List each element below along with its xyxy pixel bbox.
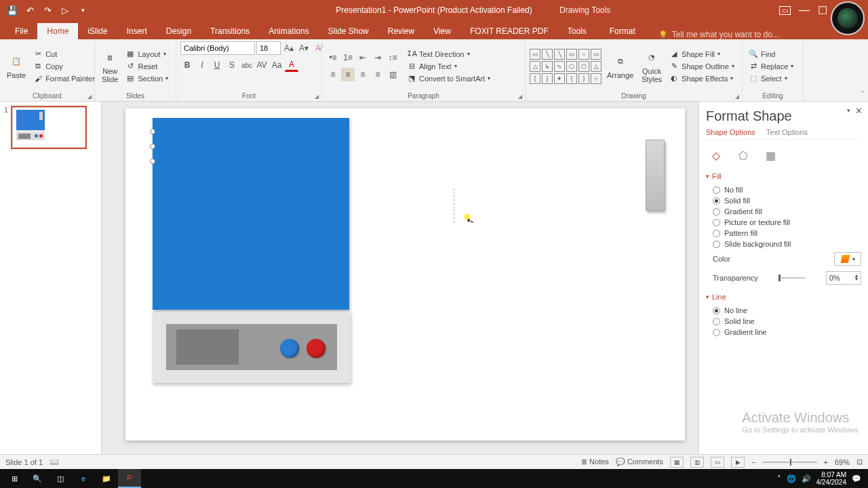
qat-more-icon[interactable]: ▾: [77, 5, 88, 16]
cut-button[interactable]: ✂Cut: [31, 49, 97, 60]
arrange-button[interactable]: ⧉ Arrange: [604, 52, 636, 81]
collapse-ribbon-icon[interactable]: ˆ: [862, 91, 864, 98]
redo-icon[interactable]: ↷: [42, 5, 53, 16]
selection-handle-bottom[interactable]: [150, 159, 155, 164]
start-from-beginning-icon[interactable]: ▷: [60, 5, 71, 16]
zoom-slider[interactable]: [763, 462, 817, 463]
tab-shape-options[interactable]: Shape Options: [706, 128, 755, 136]
edge-icon[interactable]: e: [72, 469, 95, 488]
underline-icon[interactable]: U: [210, 58, 224, 72]
taskbar-search-icon[interactable]: 🔍: [26, 469, 49, 488]
tab-home[interactable]: Home: [37, 23, 78, 39]
spacing-icon[interactable]: AV: [255, 58, 269, 72]
explorer-icon[interactable]: 📁: [95, 469, 118, 488]
maximize-icon[interactable]: ☐: [818, 4, 827, 17]
fill-gradient-fill[interactable]: Gradient fill: [706, 206, 861, 217]
fill-pattern-fill[interactable]: Pattern fill: [706, 228, 861, 239]
context-tab-drawing-tools[interactable]: Drawing Tools: [559, 5, 610, 15]
tab-animations[interactable]: Animations: [259, 23, 318, 39]
save-icon[interactable]: 💾: [7, 5, 18, 16]
align-left-icon[interactable]: ≡: [326, 68, 340, 81]
tab-view[interactable]: View: [424, 23, 460, 39]
line-gradient-line[interactable]: Gradient line: [706, 327, 861, 338]
shape-outline-button[interactable]: ✎Shape Outline▾: [667, 61, 736, 72]
italic-icon[interactable]: I: [195, 58, 209, 72]
fill-line-category-icon[interactable]: ◇: [707, 146, 725, 164]
minimize-icon[interactable]: —: [799, 4, 810, 16]
tab-file[interactable]: File: [5, 23, 37, 39]
line-no-line[interactable]: No line: [706, 305, 861, 316]
paste-button[interactable]: 📋 Paste: [4, 52, 28, 81]
line-solid-line[interactable]: Solid line: [706, 316, 861, 327]
shapes-gallery[interactable]: ▭╲╲▭○▭ △↳∿⬡⬠△ {}✦{}☆: [530, 49, 601, 84]
transparency-spinner[interactable]: 0%▴▾: [826, 271, 861, 285]
shape-button-blue[interactable]: [280, 339, 299, 358]
fill-color-picker[interactable]: ▾: [834, 252, 861, 266]
font-color-icon[interactable]: A: [285, 58, 298, 72]
align-center-icon[interactable]: ≡: [341, 68, 355, 81]
tab-text-options[interactable]: Text Options: [766, 128, 808, 136]
align-text-button[interactable]: ⊟Align Text▾: [405, 61, 492, 72]
shape-effects-button[interactable]: ◐Shape Effects▾: [667, 73, 736, 84]
user-avatar[interactable]: [831, 1, 865, 35]
fill-section-header[interactable]: Fill: [706, 172, 861, 180]
selection-handle-mid[interactable]: [150, 144, 155, 149]
sorter-view-icon[interactable]: ▥: [690, 457, 704, 468]
slideshow-view-icon[interactable]: ▶: [731, 457, 745, 468]
selection-handle-top[interactable]: [150, 129, 155, 134]
increase-indent-icon[interactable]: ⇥: [371, 51, 384, 64]
selected-line-shape[interactable]: [153, 131, 154, 161]
zoom-level[interactable]: 69%: [835, 458, 850, 466]
slide-canvas-area[interactable]: ↖: [102, 102, 698, 454]
strike-icon[interactable]: S: [225, 58, 239, 72]
tab-tools[interactable]: Tools: [558, 23, 596, 39]
zoom-out-icon[interactable]: −: [751, 458, 755, 466]
slide-thumbnail-1[interactable]: [11, 106, 87, 149]
undo-icon[interactable]: ↶: [24, 5, 35, 16]
reading-view-icon[interactable]: ▭: [711, 457, 724, 468]
quick-styles-button[interactable]: ◔ Quick Styles: [639, 48, 665, 85]
fill-no-fill[interactable]: No fill: [706, 184, 861, 195]
shape-device-body[interactable]: [153, 118, 349, 310]
tab-format[interactable]: Format: [600, 23, 645, 39]
start-button[interactable]: ⊞: [3, 469, 26, 488]
tab-islide[interactable]: iSlide: [78, 23, 117, 39]
line-spacing-icon[interactable]: ↕≡: [386, 51, 399, 64]
shape-fill-button[interactable]: ◢Shape Fill▾: [667, 49, 736, 60]
format-painter-button[interactable]: 🖌Format Painter: [31, 73, 97, 84]
smartart-button[interactable]: ⬔Convert to SmartArt▾: [405, 73, 492, 84]
spellcheck-icon[interactable]: 📖: [50, 458, 59, 466]
tray-chevron-icon[interactable]: ˄: [777, 474, 781, 483]
tab-slideshow[interactable]: Slide Show: [319, 23, 378, 39]
system-clock[interactable]: 8:07 AM4/24/2024: [816, 471, 847, 486]
font-name-combo[interactable]: [180, 41, 255, 55]
slide[interactable]: ↖: [125, 108, 685, 441]
task-view-icon[interactable]: ◫: [49, 469, 72, 488]
comments-button[interactable]: 💬 Comments: [616, 458, 663, 466]
align-right-icon[interactable]: ≡: [356, 68, 370, 81]
bold-icon[interactable]: B: [180, 58, 194, 72]
notifications-icon[interactable]: 💬: [852, 474, 861, 483]
find-button[interactable]: 🔍Find: [747, 49, 795, 60]
normal-view-icon[interactable]: ▦: [670, 457, 684, 468]
tray-network-icon[interactable]: 🌐: [787, 474, 796, 483]
case-icon[interactable]: Aa: [270, 58, 283, 72]
size-category-icon[interactable]: ▦: [762, 146, 779, 164]
decrease-indent-icon[interactable]: ⇤: [356, 51, 370, 64]
reset-button[interactable]: ↺Reset: [123, 61, 170, 72]
clipboard-dialog-launcher[interactable]: ◢: [87, 94, 92, 100]
notes-button[interactable]: ≣ Notes: [581, 458, 609, 466]
text-direction-button[interactable]: ↧AText Direction▾: [405, 49, 492, 60]
bullets-icon[interactable]: •≡: [326, 51, 340, 64]
drawing-dialog-launcher[interactable]: ◢: [735, 94, 739, 100]
copy-button[interactable]: ⧉Copy: [31, 61, 97, 72]
ribbon-display-icon[interactable]: ▭: [779, 6, 791, 15]
zoom-in-icon[interactable]: +: [824, 458, 828, 466]
shape-device-slot[interactable]: [646, 140, 665, 211]
replace-button[interactable]: ⇄Replace▾: [747, 61, 795, 72]
font-size-combo[interactable]: [256, 41, 281, 55]
font-dialog-launcher[interactable]: ◢: [315, 94, 319, 100]
layout-button[interactable]: ▦Layout▾: [123, 49, 170, 60]
tab-insert[interactable]: Insert: [117, 23, 157, 39]
new-slide-button[interactable]: 🗎 New Slide: [99, 48, 121, 85]
